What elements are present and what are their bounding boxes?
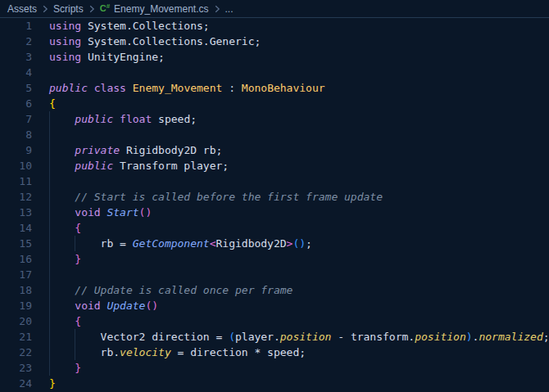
token bbox=[49, 113, 75, 125]
code-line-content[interactable]: public float speed; bbox=[49, 111, 549, 127]
code-line[interactable]: 24} bbox=[0, 376, 549, 391]
code-line-content[interactable]: void Start() bbox=[49, 205, 549, 220]
code-line-content[interactable]: { bbox=[49, 220, 549, 236]
token: Vector2 direction = bbox=[49, 331, 229, 343]
token: } bbox=[49, 377, 56, 390]
line-number[interactable]: 24 bbox=[0, 376, 32, 391]
line-number[interactable]: 2 bbox=[0, 34, 32, 49]
line-number[interactable]: 21 bbox=[0, 329, 32, 345]
code-line[interactable]: 13 void Start() bbox=[0, 205, 549, 220]
code-line[interactable]: 6{ bbox=[0, 96, 549, 111]
code-line-content[interactable] bbox=[49, 267, 549, 282]
line-number[interactable]: 1 bbox=[0, 18, 32, 34]
code-line[interactable]: 17 bbox=[0, 267, 549, 282]
code-line-content[interactable]: } bbox=[49, 251, 549, 267]
token: class bbox=[94, 82, 126, 94]
code-line-content[interactable]: public class Enemy_Movement : MonoBehavi… bbox=[49, 80, 549, 96]
token: < bbox=[210, 237, 216, 250]
token: public bbox=[75, 113, 113, 125]
code-line[interactable]: 11 bbox=[0, 173, 549, 189]
code-line-content[interactable]: private Rigidbody2D rb; bbox=[49, 142, 549, 158]
code-line-content[interactable]: using System.Collections.Generic; bbox=[49, 34, 549, 49]
code-line[interactable]: 1using System.Collections; bbox=[0, 18, 549, 34]
line-number[interactable]: 8 bbox=[0, 127, 32, 142]
indent-guide bbox=[49, 267, 50, 282]
breadcrumb-item-file[interactable]: C# Enemy_Movement.cs bbox=[100, 3, 209, 15]
code-line-content[interactable]: } bbox=[49, 376, 549, 391]
code-line[interactable]: 5public class Enemy_Movement : MonoBehav… bbox=[0, 80, 549, 96]
line-number[interactable]: 17 bbox=[0, 267, 32, 282]
line-number[interactable]: 20 bbox=[0, 313, 32, 329]
token bbox=[49, 362, 75, 374]
token: using bbox=[49, 20, 81, 32]
code-line[interactable]: 7 public float speed; bbox=[0, 111, 549, 127]
breadcrumb-item-symbols[interactable]: ... bbox=[225, 3, 234, 15]
line-number[interactable]: 14 bbox=[0, 220, 32, 236]
code-line-content[interactable]: rb.velocity = direction * speed; bbox=[49, 345, 549, 360]
code-line-content[interactable]: public Transform player; bbox=[49, 158, 549, 173]
token: : bbox=[222, 82, 241, 94]
code-line-content[interactable]: using UnityEngine; bbox=[49, 49, 549, 65]
code-line-content[interactable] bbox=[49, 65, 549, 80]
line-number[interactable]: 7 bbox=[0, 111, 32, 127]
line-number[interactable]: 18 bbox=[0, 282, 32, 298]
code-line[interactable]: 14 { bbox=[0, 220, 549, 236]
breadcrumb-item-scripts[interactable]: Scripts bbox=[53, 3, 84, 15]
line-number[interactable]: 19 bbox=[0, 298, 32, 313]
line-number[interactable]: 6 bbox=[0, 96, 32, 111]
line-number[interactable]: 4 bbox=[0, 65, 32, 80]
token: using bbox=[49, 51, 81, 63]
indent-guide bbox=[49, 189, 50, 205]
token: Transform player; bbox=[113, 160, 229, 172]
token: Rigidbody2D rb; bbox=[120, 144, 222, 156]
line-number[interactable]: 12 bbox=[0, 189, 32, 205]
code-line[interactable]: 23 } bbox=[0, 360, 549, 376]
code-line[interactable]: 22 rb.velocity = direction * speed; bbox=[0, 345, 549, 360]
code-editor[interactable]: 1using System.Collections;2using System.… bbox=[0, 18, 549, 391]
code-line-content[interactable]: // Update is called once per frame bbox=[49, 282, 549, 298]
token: { bbox=[75, 222, 81, 234]
code-line-content[interactable] bbox=[49, 173, 549, 189]
line-number[interactable]: 15 bbox=[0, 236, 32, 251]
code-line[interactable]: 19 void Update() bbox=[0, 298, 549, 313]
code-line[interactable]: 15 rb = GetComponent<Rigidbody2D>(); bbox=[0, 236, 549, 251]
code-line-content[interactable]: rb = GetComponent<Rigidbody2D>(); bbox=[49, 236, 549, 251]
line-number[interactable]: 16 bbox=[0, 251, 32, 267]
line-number[interactable]: 9 bbox=[0, 142, 32, 158]
code-line-content[interactable]: Vector2 direction = (player.position - t… bbox=[49, 329, 549, 345]
code-line-content[interactable]: } bbox=[49, 360, 549, 376]
code-line[interactable]: 18 // Update is called once per frame bbox=[0, 282, 549, 298]
code-line-content[interactable]: { bbox=[49, 313, 549, 329]
token: position bbox=[415, 331, 466, 343]
code-line[interactable]: 4 bbox=[0, 65, 549, 80]
code-line[interactable]: 9 private Rigidbody2D rb; bbox=[0, 142, 549, 158]
token bbox=[49, 284, 75, 296]
code-line[interactable]: 10 public Transform player; bbox=[0, 158, 549, 173]
code-line-content[interactable]: // Start is called before the first fram… bbox=[49, 189, 549, 205]
line-number[interactable]: 13 bbox=[0, 205, 32, 220]
code-line[interactable]: 20 { bbox=[0, 313, 549, 329]
chevron-right-icon bbox=[39, 3, 51, 15]
line-number[interactable]: 3 bbox=[0, 49, 32, 65]
line-number[interactable]: 22 bbox=[0, 345, 32, 360]
line-number[interactable]: 23 bbox=[0, 360, 32, 376]
indent-guide bbox=[49, 313, 50, 329]
code-line-content[interactable]: { bbox=[49, 96, 549, 111]
code-line-content[interactable]: void Update() bbox=[49, 298, 549, 313]
token bbox=[49, 315, 75, 327]
code-line[interactable]: 8 bbox=[0, 127, 549, 142]
token bbox=[49, 253, 75, 265]
code-line[interactable]: 21 Vector2 direction = (player.position … bbox=[0, 329, 549, 345]
line-number[interactable]: 5 bbox=[0, 80, 32, 96]
code-line-content[interactable]: using System.Collections; bbox=[49, 18, 549, 34]
token: System.Collections; bbox=[81, 20, 210, 32]
code-line-content[interactable] bbox=[49, 127, 549, 142]
code-line[interactable]: 16 } bbox=[0, 251, 549, 267]
line-number[interactable]: 11 bbox=[0, 173, 32, 189]
line-number[interactable]: 10 bbox=[0, 158, 32, 173]
code-line[interactable]: 3using UnityEngine; bbox=[0, 49, 549, 65]
breadcrumb-item-assets[interactable]: Assets bbox=[7, 3, 37, 15]
code-line[interactable]: 12 // Start is called before the first f… bbox=[0, 189, 549, 205]
code-line[interactable]: 2using System.Collections.Generic; bbox=[0, 34, 549, 49]
token: // Update is called once per frame bbox=[75, 284, 293, 296]
